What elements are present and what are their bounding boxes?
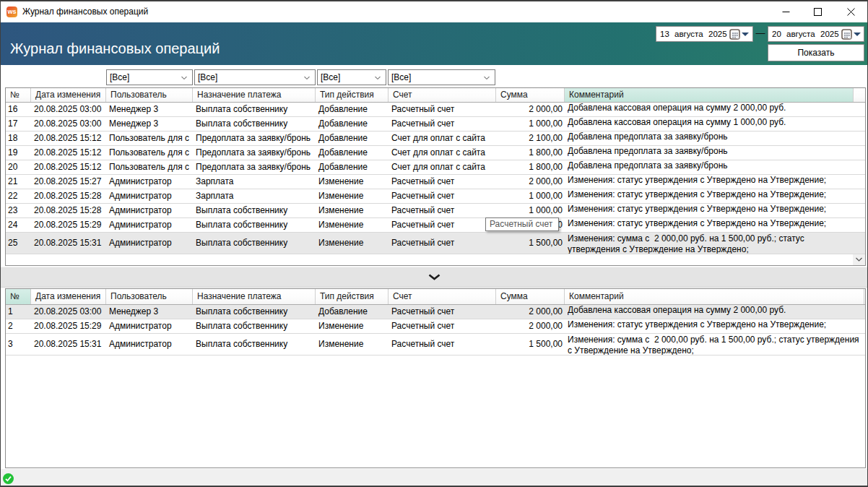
chevron-down-icon[interactable] (428, 274, 440, 280)
column-header-date[interactable]: Дата изменения (31, 289, 106, 304)
cell-date: 20.08.2025 15:12 (31, 146, 106, 160)
cell-num: 19 (6, 146, 31, 160)
journal-table-bottom: №Дата измененияПользовательНазначение пл… (5, 288, 866, 468)
cell-account: Расчетный счет (389, 117, 496, 131)
column-header-action[interactable]: Тип действия (316, 289, 389, 304)
cell-account: Расчетный счет (389, 305, 496, 319)
column-header-date[interactable]: Дата изменения (31, 88, 106, 102)
cell-account: Расчетный счет (389, 218, 496, 232)
table-row[interactable]: 2120.08.2025 15:27АдминистраторЗарплатаИ… (6, 175, 865, 189)
cell-account: Расчетный счет (389, 103, 496, 116)
status-bar (1, 469, 867, 486)
cell-purpose: Предоплата за заявку/бронь (193, 146, 316, 160)
cell-user: Администратор (106, 175, 193, 189)
column-header-user[interactable]: Пользователь (106, 289, 193, 304)
column-header-purpose[interactable]: Назначение платежа (193, 289, 316, 304)
comment-line: Изменения: статус утверждения с Утвержде… (568, 189, 854, 200)
dropdown-triangle-icon[interactable] (742, 33, 749, 36)
cell-num: 2 (6, 319, 31, 333)
calendar-icon (841, 29, 852, 41)
cell-amount: 1 500,00 (496, 334, 565, 355)
column-header-comment[interactable]: Комментарий (565, 88, 854, 102)
table-row[interactable]: 2420.08.2025 15:29АдминистраторВыплата с… (6, 218, 865, 233)
table-row[interactable]: 1820.08.2025 15:12Пользователь для сПред… (6, 132, 865, 146)
column-header-action[interactable]: Тип действия (316, 88, 389, 102)
cell-comment: Добавлена кассовая операция на сумму 1 0… (565, 117, 854, 131)
cell-account: Расчетный счет (389, 233, 496, 254)
column-header-amount[interactable]: Сумма (496, 289, 565, 304)
minimize-button[interactable] (770, 1, 802, 22)
filter-purpose-combo[interactable]: [Все] (194, 69, 316, 85)
column-header-purpose[interactable]: Назначение платежа (193, 88, 316, 102)
column-header-user[interactable]: Пользователь (106, 88, 193, 102)
column-header-account[interactable]: Счет (389, 88, 496, 102)
cell-num: 24 (6, 218, 31, 232)
cell-comment: Добавлена предоплата за заявку/бронь (565, 132, 854, 145)
cell-date: 20.08.2025 15:29 (31, 319, 106, 333)
column-header-num[interactable]: № (6, 289, 31, 304)
cell-comment: Изменения: статус утверждения с Утвержде… (565, 204, 854, 217)
minimize-icon (782, 8, 790, 16)
date-to-picker[interactable]: 20 августа 2025 (768, 26, 864, 42)
cell-purpose: Предоплата за заявку/бронь (193, 132, 316, 145)
cell-comment: Добавлена кассовая операция на сумму 2 0… (565, 305, 864, 319)
date-to-month: августа (786, 30, 815, 38)
maximize-button[interactable] (802, 1, 834, 22)
table-row[interactable]: 2020.08.2025 15:12Пользователь для сПред… (6, 160, 865, 175)
cell-user: Менеджер 3 (106, 117, 193, 131)
filter-account-combo[interactable]: [Все] (388, 69, 495, 85)
filter-action-combo[interactable]: [Все] (317, 69, 386, 85)
comment-line: с Утверждение на Утверждено; (568, 345, 864, 355)
table-row[interactable]: 2220.08.2025 15:28АдминистраторЗарплатаИ… (6, 189, 865, 204)
date-from-day: 13 (660, 30, 669, 38)
cell-purpose: Выплата собственнику (193, 319, 316, 333)
cell-user: Менеджер 3 (106, 103, 193, 116)
table-row[interactable]: 120.08.2025 03:00Менеджер 3Выплата собст… (6, 305, 865, 319)
comment-line: Добавлена предоплата за заявку/бронь (568, 160, 854, 171)
table-row[interactable]: 1620.08.2025 03:00Менеджер 3Выплата собс… (6, 103, 865, 117)
dropdown-triangle-icon[interactable] (854, 33, 861, 36)
cell-user: Администратор (106, 319, 193, 333)
cell-num: 3 (6, 334, 31, 355)
table-row[interactable]: 1720.08.2025 03:00Менеджер 3Выплата собс… (6, 117, 865, 132)
show-button[interactable]: Показать (768, 44, 864, 61)
cell-comment: Изменения: статус утверждения с Утвержде… (565, 218, 854, 232)
filter-action-value: [Все] (321, 72, 340, 82)
filter-user-combo[interactable]: [Все] (106, 69, 193, 85)
close-icon (847, 8, 855, 16)
date-from-month: августа (674, 30, 703, 38)
cell-account: Счет для оплат с сайта (389, 146, 496, 160)
cell-amount: 2 000,00 (496, 175, 565, 189)
table-row[interactable]: 220.08.2025 15:29АдминистраторВыплата со… (6, 319, 865, 334)
comment-line: Добавлена кассовая операция на сумму 1 0… (568, 117, 854, 128)
table-row[interactable]: 320.08.2025 15:31АдминистраторВыплата со… (6, 334, 865, 355)
cell-account: Расчетный счет (389, 334, 496, 355)
cell-num: 18 (6, 132, 31, 145)
comment-line: Изменения: статус утверждения с Утвержде… (568, 175, 854, 186)
date-to-day: 20 (772, 30, 781, 38)
table-row[interactable]: 2520.08.2025 15:31АдминистраторВыплата с… (6, 233, 865, 254)
table-row[interactable]: 2320.08.2025 15:28АдминистраторВыплата с… (6, 204, 865, 218)
column-header-comment[interactable]: Комментарий (565, 289, 864, 304)
column-header-amount[interactable]: Сумма (496, 88, 565, 102)
table-row[interactable]: 1920.08.2025 15:12Пользователь для сПред… (6, 146, 865, 160)
cell-purpose: Выплата собственнику (193, 233, 316, 254)
page-title: Журнал финансовых операций (10, 40, 220, 57)
cell-date: 20.08.2025 03:00 (31, 305, 106, 319)
column-header-num[interactable]: № (6, 88, 31, 102)
date-from-picker[interactable]: 13 августа 2025 (656, 26, 753, 42)
column-header-account[interactable]: Счет (389, 289, 496, 304)
splitter-bar[interactable] (1, 267, 867, 288)
comment-line: Добавлена предоплата за заявку/бронь (568, 146, 854, 157)
cell-account: Счет для оплат с сайта (389, 160, 496, 174)
scroll-down-icon[interactable] (853, 253, 865, 265)
cell-action: Добавление (316, 132, 389, 145)
cell-num: 20 (6, 160, 31, 174)
cell-comment: Изменения: сумма с 2 000,00 руб. на 1 50… (565, 233, 854, 254)
close-button[interactable] (835, 1, 867, 22)
cell-amount: 1 000,00 (496, 189, 565, 203)
cell-action: Добавление (316, 305, 389, 319)
date-to-year: 2025 (820, 30, 839, 38)
cell-date: 20.08.2025 03:00 (31, 103, 106, 116)
cell-purpose: Выплата собственнику (193, 334, 316, 355)
